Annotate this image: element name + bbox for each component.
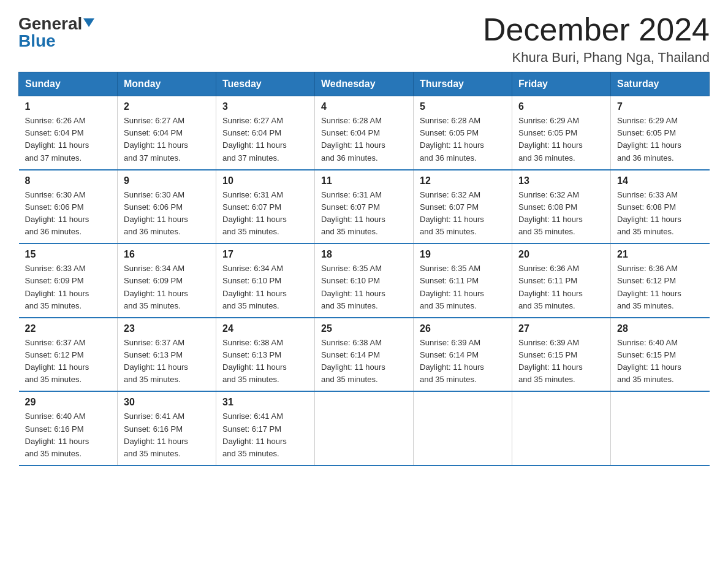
day-info: Sunrise: 6:41 AM Sunset: 6:16 PM Dayligh… (124, 410, 210, 460)
calendar-cell: 19Sunrise: 6:35 AM Sunset: 6:11 PM Dayli… (414, 243, 512, 318)
calendar-cell: 22Sunrise: 6:37 AM Sunset: 6:12 PM Dayli… (19, 318, 118, 392)
logo-blue-text: Blue (18, 31, 56, 50)
weekday-header-tuesday: Tuesday (216, 72, 315, 96)
day-number: 15 (25, 249, 112, 260)
calendar-cell (611, 391, 710, 465)
page-header: General Blue December 2024 Khura Buri, P… (18, 12, 710, 66)
weekday-header-row: SundayMondayTuesdayWednesdayThursdayFrid… (19, 72, 710, 96)
calendar-cell: 8Sunrise: 6:30 AM Sunset: 6:06 PM Daylig… (19, 170, 118, 244)
logo: General Blue (18, 15, 94, 50)
calendar-cell: 10Sunrise: 6:31 AM Sunset: 6:07 PM Dayli… (216, 170, 315, 244)
calendar-cell: 16Sunrise: 6:34 AM Sunset: 6:09 PM Dayli… (118, 243, 216, 318)
day-info: Sunrise: 6:40 AM Sunset: 6:15 PM Dayligh… (617, 337, 703, 386)
day-info: Sunrise: 6:35 AM Sunset: 6:10 PM Dayligh… (321, 262, 407, 312)
day-info: Sunrise: 6:27 AM Sunset: 6:04 PM Dayligh… (124, 115, 210, 164)
day-info: Sunrise: 6:34 AM Sunset: 6:09 PM Dayligh… (124, 262, 210, 312)
calendar-header: SundayMondayTuesdayWednesdayThursdayFrid… (19, 72, 710, 96)
day-info: Sunrise: 6:32 AM Sunset: 6:08 PM Dayligh… (518, 189, 604, 239)
day-number: 24 (222, 323, 308, 334)
day-info: Sunrise: 6:38 AM Sunset: 6:14 PM Dayligh… (321, 337, 407, 386)
day-number: 18 (321, 249, 407, 260)
day-number: 7 (617, 101, 703, 112)
day-number: 14 (617, 175, 703, 186)
day-info: Sunrise: 6:38 AM Sunset: 6:13 PM Dayligh… (222, 337, 308, 386)
day-number: 23 (124, 323, 210, 334)
day-info: Sunrise: 6:33 AM Sunset: 6:09 PM Dayligh… (25, 262, 112, 312)
day-number: 19 (420, 249, 506, 260)
day-info: Sunrise: 6:32 AM Sunset: 6:07 PM Dayligh… (420, 189, 506, 239)
day-number: 3 (222, 101, 308, 112)
day-info: Sunrise: 6:31 AM Sunset: 6:07 PM Dayligh… (321, 189, 407, 239)
day-number: 13 (518, 175, 604, 186)
day-number: 26 (420, 323, 506, 334)
logo-general-text: General (18, 15, 82, 33)
calendar-cell: 23Sunrise: 6:37 AM Sunset: 6:13 PM Dayli… (118, 318, 216, 392)
calendar-cell: 31Sunrise: 6:41 AM Sunset: 6:17 PM Dayli… (216, 391, 315, 465)
title-block: December 2024 Khura Buri, Phang Nga, Tha… (483, 12, 710, 66)
day-number: 8 (25, 175, 112, 186)
day-number: 2 (124, 101, 210, 112)
weekday-header-saturday: Saturday (611, 72, 710, 96)
calendar-cell: 2Sunrise: 6:27 AM Sunset: 6:04 PM Daylig… (118, 96, 216, 170)
day-info: Sunrise: 6:39 AM Sunset: 6:15 PM Dayligh… (518, 337, 604, 386)
calendar-cell: 4Sunrise: 6:28 AM Sunset: 6:04 PM Daylig… (315, 96, 414, 170)
calendar-cell: 14Sunrise: 6:33 AM Sunset: 6:08 PM Dayli… (611, 170, 710, 244)
calendar-cell (315, 391, 414, 465)
day-number: 9 (124, 175, 210, 186)
day-info: Sunrise: 6:40 AM Sunset: 6:16 PM Dayligh… (25, 410, 112, 460)
day-number: 25 (321, 323, 407, 334)
calendar-cell: 29Sunrise: 6:40 AM Sunset: 6:16 PM Dayli… (19, 391, 118, 465)
calendar-cell: 26Sunrise: 6:39 AM Sunset: 6:14 PM Dayli… (414, 318, 512, 392)
day-info: Sunrise: 6:29 AM Sunset: 6:05 PM Dayligh… (617, 115, 703, 164)
day-number: 21 (617, 249, 703, 260)
day-info: Sunrise: 6:36 AM Sunset: 6:11 PM Dayligh… (518, 262, 604, 312)
calendar-cell: 3Sunrise: 6:27 AM Sunset: 6:04 PM Daylig… (216, 96, 315, 170)
day-info: Sunrise: 6:30 AM Sunset: 6:06 PM Dayligh… (124, 189, 210, 239)
logo-triangle-icon (83, 18, 94, 27)
calendar-week-row: 8Sunrise: 6:30 AM Sunset: 6:06 PM Daylig… (19, 170, 710, 244)
day-info: Sunrise: 6:41 AM Sunset: 6:17 PM Dayligh… (222, 410, 308, 460)
day-info: Sunrise: 6:26 AM Sunset: 6:04 PM Dayligh… (25, 115, 112, 164)
day-number: 4 (321, 101, 407, 112)
day-info: Sunrise: 6:37 AM Sunset: 6:13 PM Dayligh… (124, 337, 210, 386)
day-info: Sunrise: 6:37 AM Sunset: 6:12 PM Dayligh… (25, 337, 112, 386)
calendar-cell: 6Sunrise: 6:29 AM Sunset: 6:05 PM Daylig… (512, 96, 611, 170)
calendar-cell: 11Sunrise: 6:31 AM Sunset: 6:07 PM Dayli… (315, 170, 414, 244)
day-info: Sunrise: 6:33 AM Sunset: 6:08 PM Dayligh… (617, 189, 703, 239)
calendar-cell: 1Sunrise: 6:26 AM Sunset: 6:04 PM Daylig… (19, 96, 118, 170)
calendar-cell: 30Sunrise: 6:41 AM Sunset: 6:16 PM Dayli… (118, 391, 216, 465)
calendar-cell: 24Sunrise: 6:38 AM Sunset: 6:13 PM Dayli… (216, 318, 315, 392)
day-info: Sunrise: 6:28 AM Sunset: 6:04 PM Dayligh… (321, 115, 407, 164)
weekday-header-friday: Friday (512, 72, 611, 96)
day-info: Sunrise: 6:35 AM Sunset: 6:11 PM Dayligh… (420, 262, 506, 312)
day-number: 29 (25, 397, 112, 408)
calendar-cell: 13Sunrise: 6:32 AM Sunset: 6:08 PM Dayli… (512, 170, 611, 244)
day-info: Sunrise: 6:39 AM Sunset: 6:14 PM Dayligh… (420, 337, 506, 386)
day-info: Sunrise: 6:30 AM Sunset: 6:06 PM Dayligh… (25, 189, 112, 239)
day-number: 17 (222, 249, 308, 260)
calendar-cell: 25Sunrise: 6:38 AM Sunset: 6:14 PM Dayli… (315, 318, 414, 392)
calendar-cell: 27Sunrise: 6:39 AM Sunset: 6:15 PM Dayli… (512, 318, 611, 392)
day-number: 31 (222, 397, 308, 408)
day-info: Sunrise: 6:27 AM Sunset: 6:04 PM Dayligh… (222, 115, 308, 164)
calendar-cell: 20Sunrise: 6:36 AM Sunset: 6:11 PM Dayli… (512, 243, 611, 318)
calendar-cell: 18Sunrise: 6:35 AM Sunset: 6:10 PM Dayli… (315, 243, 414, 318)
day-number: 28 (617, 323, 703, 334)
day-number: 5 (420, 101, 506, 112)
day-number: 20 (518, 249, 604, 260)
weekday-header-sunday: Sunday (19, 72, 118, 96)
day-number: 10 (222, 175, 308, 186)
calendar-table: SundayMondayTuesdayWednesdayThursdayFrid… (18, 72, 710, 466)
day-info: Sunrise: 6:28 AM Sunset: 6:05 PM Dayligh… (420, 115, 506, 164)
day-number: 27 (518, 323, 604, 334)
day-info: Sunrise: 6:31 AM Sunset: 6:07 PM Dayligh… (222, 189, 308, 239)
calendar-cell: 21Sunrise: 6:36 AM Sunset: 6:12 PM Dayli… (611, 243, 710, 318)
calendar-week-row: 15Sunrise: 6:33 AM Sunset: 6:09 PM Dayli… (19, 243, 710, 318)
day-info: Sunrise: 6:36 AM Sunset: 6:12 PM Dayligh… (617, 262, 703, 312)
calendar-week-row: 1Sunrise: 6:26 AM Sunset: 6:04 PM Daylig… (19, 96, 710, 170)
calendar-cell (512, 391, 611, 465)
day-number: 11 (321, 175, 407, 186)
day-number: 22 (25, 323, 112, 334)
day-info: Sunrise: 6:34 AM Sunset: 6:10 PM Dayligh… (222, 262, 308, 312)
day-number: 6 (518, 101, 604, 112)
